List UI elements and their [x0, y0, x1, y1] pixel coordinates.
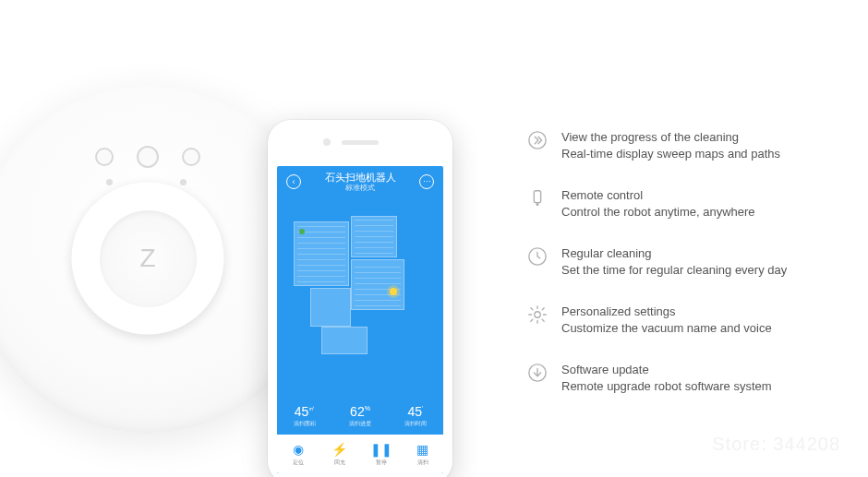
feature-desc: Real-time display sweep maps and paths — [561, 146, 780, 162]
stat-time: 45' 清扫时间 — [404, 404, 427, 428]
progress-icon — [526, 129, 549, 151]
stat-progress: 62% 清扫进度 — [349, 404, 371, 428]
app-title-text: 石头扫地机器人 — [325, 172, 396, 184]
robot-spot-button — [182, 148, 200, 166]
download-icon — [526, 362, 549, 384]
feature-list: View the progress of the cleaning Real-t… — [526, 129, 840, 394]
robot-power-button — [137, 146, 159, 168]
app-stats-bar: 45㎡ 清扫面积 62% 清扫进度 45' 清扫时间 — [277, 398, 443, 435]
start-marker-icon — [299, 229, 305, 234]
stat-unit: ' — [422, 405, 423, 411]
stat-value: 45 — [408, 404, 423, 419]
floorplan — [294, 216, 423, 364]
stat-unit: % — [365, 405, 370, 411]
feature-text: Regular cleaning Set the time for regula… — [561, 245, 787, 278]
svg-rect-1 — [534, 191, 540, 203]
app-bottom-nav: ◉ 定位 ⚡ 回充 ❚❚ 暂停 ▦ 清扫 — [277, 435, 443, 473]
phone-camera — [323, 138, 331, 146]
feature-text: Software update Remote upgrade robot sof… — [561, 362, 772, 394]
stat-area: 45㎡ 清扫面积 — [294, 404, 316, 428]
robot-position-icon — [390, 288, 397, 295]
robot-sensor — [106, 179, 113, 185]
phone-speaker — [342, 140, 379, 145]
robot-lidar-ring: Z — [72, 183, 224, 335]
room — [321, 327, 368, 354]
robot-button-row — [95, 148, 200, 170]
nav-label: 暂停 — [376, 459, 387, 467]
nav-label: 清扫 — [417, 459, 428, 467]
pause-icon: ❚❚ — [374, 442, 389, 457]
back-icon[interactable]: ‹ — [286, 174, 301, 189]
svg-point-4 — [535, 312, 540, 317]
stat-label: 清扫面积 — [294, 420, 316, 428]
app-subtitle: 标准模式 — [325, 184, 396, 193]
nav-locate[interactable]: ◉ 定位 — [277, 435, 319, 473]
nav-pause[interactable]: ❚❚ 暂停 — [360, 435, 402, 473]
robot-home-button — [95, 148, 114, 166]
feature-desc: Set the time for regular cleaning every … — [561, 262, 787, 279]
feature-desc: Remote upgrade robot software system — [561, 378, 772, 395]
feature-text: Remote control Control the robot anytime… — [561, 187, 755, 220]
nav-label: 定位 — [293, 459, 304, 467]
nav-clean[interactable]: ▦ 清扫 — [402, 435, 443, 473]
robot-sensor — [180, 179, 187, 185]
robot-logo: Z — [139, 244, 155, 273]
stat-unit: ㎡ — [308, 405, 315, 411]
smartphone-mockup: ‹ 石头扫地机器人 标准模式 ⋯ 45㎡ 清扫面积 — [268, 120, 452, 477]
app-header: ‹ 石头扫地机器人 标准模式 ⋯ — [277, 166, 443, 197]
menu-icon[interactable]: ⋯ — [419, 174, 434, 189]
stat-label: 清扫进度 — [349, 420, 371, 428]
feature-title: Personalized settings — [561, 304, 772, 320]
feature-item-remote: Remote control Control the robot anytime… — [526, 187, 840, 220]
feature-title: Software update — [561, 362, 772, 378]
feature-title: Remote control — [561, 187, 755, 204]
feature-desc: Control the robot anytime, anywhere — [561, 204, 755, 221]
nav-charge[interactable]: ⚡ 回充 — [319, 435, 360, 473]
nav-label: 回充 — [334, 459, 345, 467]
feature-title: View the progress of the cleaning — [561, 129, 780, 146]
robot-center: Z — [100, 210, 197, 307]
watermark: Store: 344208 — [712, 434, 840, 455]
feature-item-progress: View the progress of the cleaning Real-t… — [526, 129, 840, 161]
cleaning-map[interactable] — [277, 197, 443, 398]
stat-value: 45 — [295, 404, 309, 419]
app-title: 石头扫地机器人 标准模式 — [325, 172, 396, 193]
remote-icon — [526, 187, 549, 209]
app-screen: ‹ 石头扫地机器人 标准模式 ⋯ 45㎡ 清扫面积 — [277, 166, 443, 473]
feature-item-update: Software update Remote upgrade robot sof… — [526, 362, 840, 394]
room — [310, 288, 351, 327]
feature-text: Personalized settings Customize the vacu… — [561, 304, 772, 336]
grid-icon: ▦ — [416, 442, 430, 457]
feature-item-schedule: Regular cleaning Set the time for regula… — [526, 245, 840, 278]
gear-icon — [526, 304, 549, 326]
stat-value: 62 — [350, 404, 365, 419]
feature-title: Regular cleaning — [561, 245, 787, 262]
svg-point-2 — [536, 204, 538, 206]
room — [351, 216, 397, 257]
bolt-icon: ⚡ — [332, 442, 347, 457]
room — [351, 259, 404, 310]
feature-text: View the progress of the cleaning Real-t… — [561, 129, 780, 161]
pin-icon: ◉ — [291, 442, 306, 457]
stat-label: 清扫时间 — [404, 420, 427, 428]
clock-icon — [526, 245, 549, 268]
feature-item-settings: Personalized settings Customize the vacu… — [526, 304, 840, 336]
feature-desc: Customize the vacuum name and voice — [561, 320, 772, 337]
